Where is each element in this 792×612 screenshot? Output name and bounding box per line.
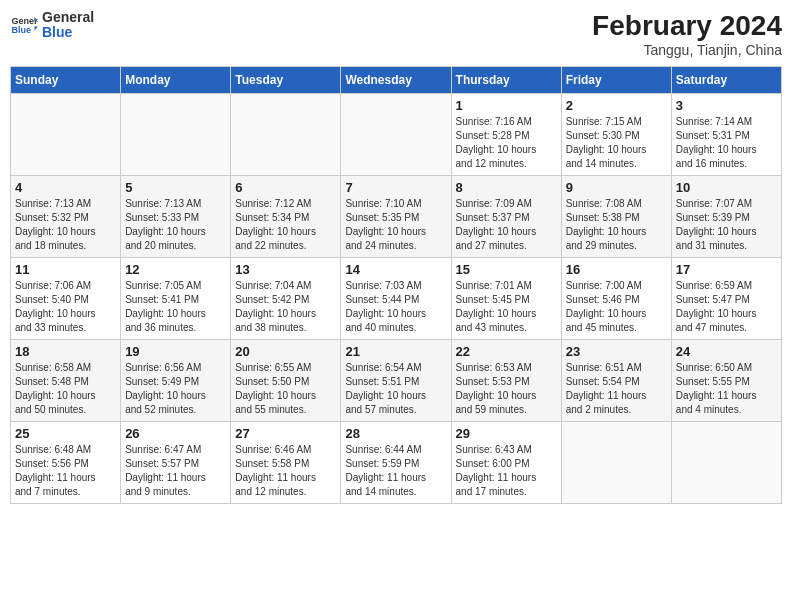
weekday-header-monday: Monday [121, 67, 231, 94]
day-number: 26 [125, 426, 226, 441]
empty-cell [11, 94, 121, 176]
day-number: 22 [456, 344, 557, 359]
day-info: Sunrise: 7:13 AM Sunset: 5:32 PM Dayligh… [15, 197, 116, 253]
day-number: 1 [456, 98, 557, 113]
week-row-3: 11Sunrise: 7:06 AM Sunset: 5:40 PM Dayli… [11, 258, 782, 340]
day-cell-16: 16Sunrise: 7:00 AM Sunset: 5:46 PM Dayli… [561, 258, 671, 340]
day-number: 17 [676, 262, 777, 277]
day-cell-11: 11Sunrise: 7:06 AM Sunset: 5:40 PM Dayli… [11, 258, 121, 340]
day-number: 9 [566, 180, 667, 195]
day-cell-7: 7Sunrise: 7:10 AM Sunset: 5:35 PM Daylig… [341, 176, 451, 258]
day-cell-13: 13Sunrise: 7:04 AM Sunset: 5:42 PM Dayli… [231, 258, 341, 340]
day-info: Sunrise: 7:01 AM Sunset: 5:45 PM Dayligh… [456, 279, 557, 335]
day-info: Sunrise: 7:08 AM Sunset: 5:38 PM Dayligh… [566, 197, 667, 253]
day-number: 18 [15, 344, 116, 359]
day-cell-9: 9Sunrise: 7:08 AM Sunset: 5:38 PM Daylig… [561, 176, 671, 258]
day-cell-12: 12Sunrise: 7:05 AM Sunset: 5:41 PM Dayli… [121, 258, 231, 340]
day-number: 10 [676, 180, 777, 195]
weekday-header-sunday: Sunday [11, 67, 121, 94]
day-info: Sunrise: 6:58 AM Sunset: 5:48 PM Dayligh… [15, 361, 116, 417]
day-info: Sunrise: 6:50 AM Sunset: 5:55 PM Dayligh… [676, 361, 777, 417]
day-cell-14: 14Sunrise: 7:03 AM Sunset: 5:44 PM Dayli… [341, 258, 451, 340]
day-number: 13 [235, 262, 336, 277]
day-number: 5 [125, 180, 226, 195]
day-cell-21: 21Sunrise: 6:54 AM Sunset: 5:51 PM Dayli… [341, 340, 451, 422]
weekday-header-row: SundayMondayTuesdayWednesdayThursdayFrid… [11, 67, 782, 94]
logo-icon: General Blue [10, 11, 38, 39]
calendar-table: SundayMondayTuesdayWednesdayThursdayFrid… [10, 66, 782, 504]
day-info: Sunrise: 6:54 AM Sunset: 5:51 PM Dayligh… [345, 361, 446, 417]
day-cell-8: 8Sunrise: 7:09 AM Sunset: 5:37 PM Daylig… [451, 176, 561, 258]
day-info: Sunrise: 7:06 AM Sunset: 5:40 PM Dayligh… [15, 279, 116, 335]
day-number: 11 [15, 262, 116, 277]
day-cell-2: 2Sunrise: 7:15 AM Sunset: 5:30 PM Daylig… [561, 94, 671, 176]
day-number: 14 [345, 262, 446, 277]
week-row-2: 4Sunrise: 7:13 AM Sunset: 5:32 PM Daylig… [11, 176, 782, 258]
day-number: 24 [676, 344, 777, 359]
day-number: 4 [15, 180, 116, 195]
day-info: Sunrise: 7:14 AM Sunset: 5:31 PM Dayligh… [676, 115, 777, 171]
day-info: Sunrise: 7:13 AM Sunset: 5:33 PM Dayligh… [125, 197, 226, 253]
weekday-header-friday: Friday [561, 67, 671, 94]
day-cell-29: 29Sunrise: 6:43 AM Sunset: 6:00 PM Dayli… [451, 422, 561, 504]
day-number: 21 [345, 344, 446, 359]
day-number: 6 [235, 180, 336, 195]
day-info: Sunrise: 6:43 AM Sunset: 6:00 PM Dayligh… [456, 443, 557, 499]
day-cell-15: 15Sunrise: 7:01 AM Sunset: 5:45 PM Dayli… [451, 258, 561, 340]
day-number: 12 [125, 262, 226, 277]
logo-general: General [42, 10, 94, 25]
week-row-1: 1Sunrise: 7:16 AM Sunset: 5:28 PM Daylig… [11, 94, 782, 176]
week-row-4: 18Sunrise: 6:58 AM Sunset: 5:48 PM Dayli… [11, 340, 782, 422]
day-info: Sunrise: 6:55 AM Sunset: 5:50 PM Dayligh… [235, 361, 336, 417]
day-info: Sunrise: 6:51 AM Sunset: 5:54 PM Dayligh… [566, 361, 667, 417]
day-cell-22: 22Sunrise: 6:53 AM Sunset: 5:53 PM Dayli… [451, 340, 561, 422]
day-number: 27 [235, 426, 336, 441]
logo: General Blue General Blue [10, 10, 94, 41]
title-area: February 2024 Tanggu, Tianjin, China [592, 10, 782, 58]
day-info: Sunrise: 7:15 AM Sunset: 5:30 PM Dayligh… [566, 115, 667, 171]
day-info: Sunrise: 6:48 AM Sunset: 5:56 PM Dayligh… [15, 443, 116, 499]
day-cell-4: 4Sunrise: 7:13 AM Sunset: 5:32 PM Daylig… [11, 176, 121, 258]
day-number: 19 [125, 344, 226, 359]
header: General Blue General Blue February 2024 … [10, 10, 782, 58]
day-number: 2 [566, 98, 667, 113]
day-number: 16 [566, 262, 667, 277]
day-number: 8 [456, 180, 557, 195]
svg-text:General: General [11, 16, 38, 26]
empty-cell [231, 94, 341, 176]
day-cell-27: 27Sunrise: 6:46 AM Sunset: 5:58 PM Dayli… [231, 422, 341, 504]
day-cell-18: 18Sunrise: 6:58 AM Sunset: 5:48 PM Dayli… [11, 340, 121, 422]
day-info: Sunrise: 6:59 AM Sunset: 5:47 PM Dayligh… [676, 279, 777, 335]
day-cell-1: 1Sunrise: 7:16 AM Sunset: 5:28 PM Daylig… [451, 94, 561, 176]
day-cell-6: 6Sunrise: 7:12 AM Sunset: 5:34 PM Daylig… [231, 176, 341, 258]
day-cell-3: 3Sunrise: 7:14 AM Sunset: 5:31 PM Daylig… [671, 94, 781, 176]
day-info: Sunrise: 7:09 AM Sunset: 5:37 PM Dayligh… [456, 197, 557, 253]
day-cell-10: 10Sunrise: 7:07 AM Sunset: 5:39 PM Dayli… [671, 176, 781, 258]
day-number: 7 [345, 180, 446, 195]
month-year: February 2024 [592, 10, 782, 42]
day-cell-25: 25Sunrise: 6:48 AM Sunset: 5:56 PM Dayli… [11, 422, 121, 504]
day-info: Sunrise: 6:44 AM Sunset: 5:59 PM Dayligh… [345, 443, 446, 499]
logo-blue: Blue [42, 25, 94, 40]
empty-cell [671, 422, 781, 504]
weekday-header-wednesday: Wednesday [341, 67, 451, 94]
day-info: Sunrise: 6:46 AM Sunset: 5:58 PM Dayligh… [235, 443, 336, 499]
svg-text:Blue: Blue [11, 26, 31, 36]
empty-cell [121, 94, 231, 176]
day-number: 29 [456, 426, 557, 441]
empty-cell [341, 94, 451, 176]
day-number: 25 [15, 426, 116, 441]
day-number: 15 [456, 262, 557, 277]
day-info: Sunrise: 7:00 AM Sunset: 5:46 PM Dayligh… [566, 279, 667, 335]
empty-cell [561, 422, 671, 504]
day-info: Sunrise: 7:05 AM Sunset: 5:41 PM Dayligh… [125, 279, 226, 335]
day-cell-5: 5Sunrise: 7:13 AM Sunset: 5:33 PM Daylig… [121, 176, 231, 258]
day-cell-24: 24Sunrise: 6:50 AM Sunset: 5:55 PM Dayli… [671, 340, 781, 422]
day-cell-23: 23Sunrise: 6:51 AM Sunset: 5:54 PM Dayli… [561, 340, 671, 422]
day-number: 28 [345, 426, 446, 441]
day-info: Sunrise: 7:04 AM Sunset: 5:42 PM Dayligh… [235, 279, 336, 335]
day-info: Sunrise: 7:03 AM Sunset: 5:44 PM Dayligh… [345, 279, 446, 335]
location: Tanggu, Tianjin, China [592, 42, 782, 58]
weekday-header-thursday: Thursday [451, 67, 561, 94]
day-cell-20: 20Sunrise: 6:55 AM Sunset: 5:50 PM Dayli… [231, 340, 341, 422]
